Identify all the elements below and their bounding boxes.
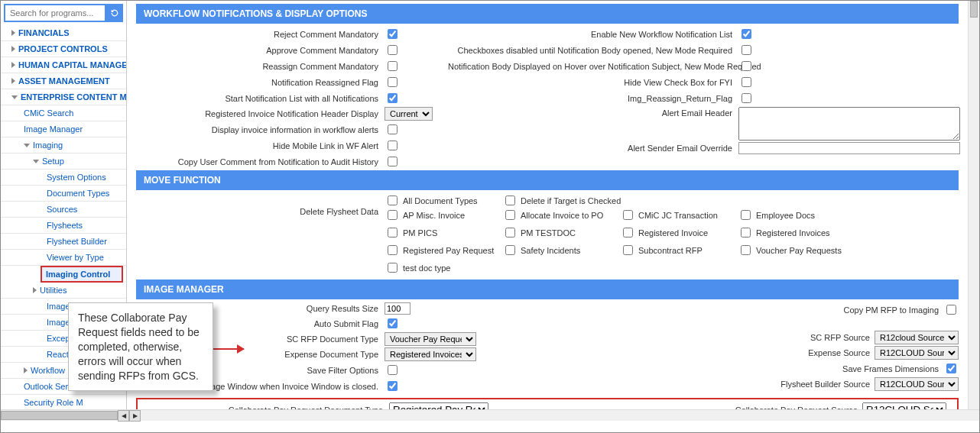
chk-move-1[interactable]: [505, 210, 515, 220]
select-flysheet-builder-src[interactable]: R12CLOUD Source: [875, 377, 959, 391]
nav-asset-mgmt[interactable]: ASSET MANAGEMENT: [1, 73, 126, 89]
nav-system-options[interactable]: System Options: [1, 170, 126, 186]
label-checkboxes-disabled: Checkboxes disabled until Notification B…: [448, 46, 738, 55]
chk-move-2[interactable]: [623, 210, 633, 220]
nav-viewer-by-type[interactable]: Viewer by Type: [1, 250, 126, 266]
section-move-header: MOVE FUNCTION: [136, 170, 959, 190]
chk-move-10[interactable]: [623, 245, 633, 255]
label-display-invoice-info: Display invoice information in workflow …: [136, 125, 385, 134]
scroll-left-icon[interactable]: ◀: [118, 410, 129, 422]
label-approve-comment: Approve Comment Mandatory: [136, 46, 385, 55]
label-move-2: CMiC JC Transaction: [638, 211, 718, 220]
nav-project-controls[interactable]: PROJECT CONTROLS: [1, 41, 126, 57]
chk-auto-submit[interactable]: [388, 318, 398, 328]
select-sc-rfp-source[interactable]: R12cloud Source: [875, 331, 959, 344]
label-move-6: Registered Invoice: [638, 228, 708, 238]
section-workflow-header: WORKFLOW NOTIFICATIONS & DISPLAY OPTIONS: [136, 4, 959, 24]
label-move-5: PM TESTDOC: [521, 228, 576, 238]
main-content: WORKFLOW NOTIFICATIONS & DISPLAY OPTIONS…: [127, 1, 968, 409]
chk-copy-pm-rfp[interactable]: [946, 305, 956, 315]
chk-save-frames[interactable]: [946, 364, 956, 373]
label-delete-if-target: Delete if Target is Checked: [521, 196, 621, 205]
chk-close-image-window[interactable]: [388, 381, 398, 391]
chk-move-3[interactable]: [741, 210, 751, 220]
input-alert-sender-override[interactable]: [738, 142, 960, 154]
chk-notif-reassigned[interactable]: [388, 77, 398, 87]
label-flysheet-builder-src: Flysheet Builder Source: [780, 380, 875, 389]
collab-highlight-box: Collaborate Pay Request Document Type Re…: [136, 398, 959, 409]
chk-copy-user-comment[interactable]: [388, 157, 398, 166]
nav-hcm[interactable]: HUMAN CAPITAL MANAGEMENT: [1, 57, 126, 73]
nav-financials[interactable]: FINANCIALS: [1, 25, 126, 41]
nav-utilities[interactable]: Utilities: [1, 283, 126, 299]
select-collab-doc-type[interactable]: Registered Pay Request: [389, 402, 488, 409]
label-save-frames: Save Frames Dimensions: [842, 364, 943, 373]
chk-checkboxes-disabled[interactable]: [741, 45, 751, 55]
chk-start-notif-list[interactable]: [388, 93, 398, 103]
nav-flysheets[interactable]: Flysheets: [1, 218, 126, 234]
nav-image-manager[interactable]: Image Manager: [1, 121, 126, 137]
label-copy-user-comment: Copy User Comment from Notification to A…: [136, 157, 385, 166]
nav-cmic-search[interactable]: CMiC Search: [1, 105, 126, 121]
nav-document-types[interactable]: Document Types: [1, 186, 126, 202]
chk-all-doc-types[interactable]: [388, 195, 398, 205]
chk-reassign-comment[interactable]: [388, 61, 398, 71]
chk-move-6[interactable]: [623, 228, 633, 238]
nav-imaging-control[interactable]: Imaging Control: [41, 266, 123, 283]
chk-move-11[interactable]: [741, 245, 751, 255]
chk-move-9[interactable]: [505, 245, 515, 255]
chk-hide-mobile[interactable]: [388, 141, 398, 150]
chk-move-8[interactable]: [388, 245, 398, 255]
callout-note: These Collaborate Pay Request fields nee…: [68, 302, 213, 391]
label-delete-flysheet: Delete Flysheet Data: [136, 193, 385, 275]
label-img-reassign: Img_Reassign_Return_Flag: [448, 94, 738, 103]
label-enable-new-wf: Enable New Workflow Notification List: [448, 30, 738, 39]
nav-imaging[interactable]: Imaging: [1, 137, 126, 153]
input-query-size[interactable]: [385, 302, 410, 315]
label-alert-email-header: Alert Email Header: [448, 107, 738, 118]
callout-arrow-icon: [213, 348, 244, 350]
nav-ecm[interactable]: ENTERPRISE CONTENT MANAGEMENT: [1, 89, 126, 105]
nav-flysheet-builder[interactable]: Flysheet Builder: [1, 234, 126, 250]
right-scrollbar[interactable]: [968, 1, 979, 409]
label-copy-pm-rfp: Copy PM RFP to Imaging: [843, 305, 943, 315]
chk-save-filter[interactable]: [388, 365, 398, 375]
nav-security-role[interactable]: Security Role M: [1, 395, 126, 409]
textarea-alert-email-header[interactable]: [738, 107, 960, 141]
chk-approve-comment[interactable]: [388, 45, 398, 55]
label-hide-mobile: Hide Mobile Link in WF Alert: [136, 141, 385, 150]
label-start-notif-list: Start Notification List with all Notific…: [136, 94, 385, 103]
select-expense-doc[interactable]: Registered Invoices: [385, 347, 476, 361]
label-expense-source: Expense Source: [808, 348, 875, 357]
section-image-mgr-header: IMAGE MANAGER: [136, 280, 959, 299]
chk-reject-comment[interactable]: [388, 29, 398, 39]
select-reg-invoice-header[interactable]: Current: [385, 107, 433, 121]
chk-move-5[interactable]: [505, 228, 515, 238]
chk-delete-if-target[interactable]: [505, 195, 515, 205]
label-all-doc-types: All Document Types: [403, 196, 478, 205]
label-alert-sender-override: Alert Sender Email Override: [448, 144, 738, 153]
label-move-11: Voucher Pay Requests: [756, 246, 842, 255]
chk-move-4[interactable]: [388, 228, 398, 238]
chk-img-reassign[interactable]: [741, 93, 751, 103]
select-sc-rfp-doc[interactable]: Voucher Pay Requests: [385, 332, 476, 346]
scroll-right-icon[interactable]: ▶: [129, 410, 141, 422]
chk-move-12[interactable]: [388, 263, 398, 273]
chk-display-invoice-info[interactable]: [388, 124, 398, 134]
select-expense-source[interactable]: R12CLOUD Source: [875, 346, 959, 360]
chk-move-7[interactable]: [741, 228, 751, 238]
nav-setup[interactable]: Setup: [1, 153, 126, 170]
label-hide-view-fyi: Hide View Check Box for FYI: [448, 78, 738, 87]
label-move-12: test doc type: [403, 263, 450, 273]
chk-body-on-hover[interactable]: [741, 61, 751, 71]
select-collab-source[interactable]: R12CLOUD Source: [862, 402, 946, 409]
nav-sources[interactable]: Sources: [1, 202, 126, 218]
label-move-4: PM PICS: [403, 228, 437, 238]
search-input[interactable]: [4, 4, 106, 22]
chk-hide-view-fyi[interactable]: [741, 77, 751, 87]
chk-move-0[interactable]: [388, 210, 398, 220]
refresh-button[interactable]: [106, 4, 123, 22]
bottom-scrollbar[interactable]: ◀ ▶: [1, 409, 979, 421]
label-move-8: Registered Pay Request: [403, 246, 494, 255]
chk-enable-new-wf[interactable]: [741, 29, 751, 39]
